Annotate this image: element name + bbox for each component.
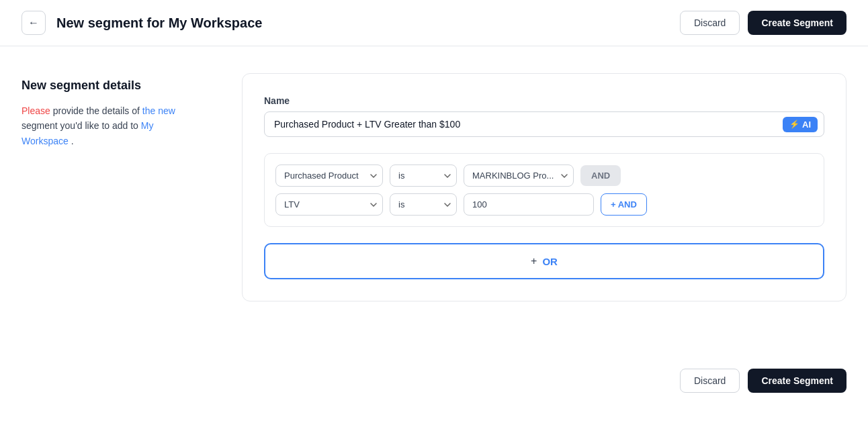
create-segment-button-header[interactable]: Create Segment <box>748 11 847 35</box>
sidebar-description: Please provide the details of the new se… <box>21 103 210 148</box>
discard-button-footer[interactable]: Discard <box>680 369 740 393</box>
condition-row-2: LTV is + AND <box>275 193 813 216</box>
main-content: New segment details Please provide the d… <box>0 46 868 328</box>
description-text-workspace: Workspace <box>21 136 69 146</box>
condition-row-1: Purchased Product is MARKINBLOG Pro... A… <box>275 164 813 187</box>
description-text-segment: segment you'd like to add to <box>21 120 141 131</box>
page-title: New segment for My Workspace <box>56 15 262 31</box>
conditions-block: Purchased Product is MARKINBLOG Pro... A… <box>264 153 824 227</box>
or-label: OR <box>542 256 558 267</box>
back-button[interactable]: ← <box>21 11 46 35</box>
name-label: Name <box>264 95 824 106</box>
or-plus-icon: + <box>531 255 537 267</box>
discard-button-header[interactable]: Discard <box>680 11 740 35</box>
sidebar-title: New segment details <box>21 79 210 93</box>
condition2-value-input[interactable] <box>464 193 594 216</box>
description-text-my: My <box>141 120 154 131</box>
condition2-operator-select[interactable]: is <box>390 193 457 216</box>
name-input[interactable] <box>264 111 824 137</box>
ai-badge-label: AI <box>802 120 811 130</box>
create-segment-button-footer[interactable]: Create Segment <box>748 369 847 393</box>
condition1-and-badge: AND <box>580 165 621 186</box>
or-button[interactable]: + OR <box>264 243 824 279</box>
description-text-the-new: the new <box>142 105 175 116</box>
header: ← New segment for My Workspace Discard C… <box>0 0 868 46</box>
ai-badge[interactable]: ⚡ AI <box>783 117 818 132</box>
condition1-operator-select[interactable]: is <box>390 164 457 187</box>
lightning-icon: ⚡ <box>789 120 799 129</box>
description-text-provide: provide the details of <box>53 105 142 116</box>
condition2-field-select[interactable]: LTV <box>275 193 383 216</box>
condition1-field-select[interactable]: Purchased Product <box>275 164 383 187</box>
and-plus-label: + AND <box>611 199 637 209</box>
description-text-period: . <box>71 136 74 146</box>
footer: Discard Create Segment <box>0 355 868 406</box>
name-input-wrapper: ⚡ AI <box>264 111 824 137</box>
name-field-group: Name ⚡ AI <box>264 95 824 137</box>
back-icon: ← <box>28 17 39 29</box>
header-left: ← New segment for My Workspace <box>21 11 262 35</box>
condition2-and-plus-button[interactable]: + AND <box>601 193 647 216</box>
sidebar: New segment details Please provide the d… <box>21 73 210 148</box>
content-card: Name ⚡ AI Purchased Product is MA <box>242 73 847 301</box>
description-text-please: Please <box>21 105 50 116</box>
header-actions: Discard Create Segment <box>680 11 847 35</box>
condition1-value-select[interactable]: MARKINBLOG Pro... <box>464 164 574 187</box>
